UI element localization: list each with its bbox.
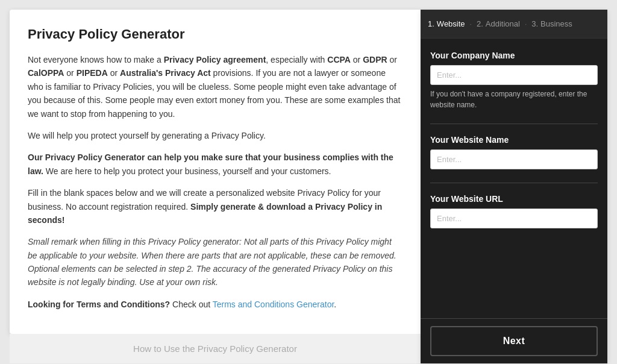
generator-paragraph: Our Privacy Policy Generator can help yo… <box>28 151 402 178</box>
bold-australia: Australia's Privacy Act <box>120 68 211 78</box>
step-separator-2: · <box>525 20 527 28</box>
next-button-area: Next <box>421 318 607 363</box>
step-1-label: Website <box>437 19 465 28</box>
intro-text-2: , especially with <box>266 55 327 64</box>
website-name-group: Your Website Name <box>430 135 598 169</box>
form-area: Your Company Name If you don't have a co… <box>421 39 607 318</box>
bold-pipeda: PIPEDA <box>77 68 108 78</box>
bold-gdpr: GDPR <box>363 55 387 64</box>
footer-bold: Looking for Terms and Conditions? <box>28 300 170 309</box>
page-container: Privacy Policy Generator Not everyone kn… <box>10 10 607 363</box>
terms-conditions-link[interactable]: Terms and Conditions Generator <box>213 300 334 309</box>
website-url-input[interactable] <box>430 209 598 228</box>
company-name-group: Your Company Name If you don't have a co… <box>430 51 598 110</box>
step-2-num: 2. <box>477 19 483 28</box>
intro-text-4: or <box>387 55 397 64</box>
step-separator-1: · <box>470 20 472 28</box>
step-3-label: Business <box>540 19 572 28</box>
divider-1 <box>430 124 598 124</box>
step-3-business[interactable]: 3. Business <box>531 19 572 28</box>
step-3-num: 3. <box>531 19 538 28</box>
bold-privacy-policy: Privacy Policy agreement <box>164 55 266 64</box>
company-name-input[interactable] <box>430 65 598 85</box>
steps-navigation: 1. Website · 2. Additional · 3. Business <box>421 10 607 39</box>
right-panel: 1. Website · 2. Additional · 3. Business… <box>421 10 607 363</box>
website-name-input[interactable] <box>430 149 598 169</box>
footer-end: . <box>334 300 336 309</box>
footer-plain: Check out <box>170 300 213 309</box>
italic-note: Small remark when filling in this Privac… <box>28 235 402 289</box>
company-name-hint: If you don't have a company registered, … <box>430 89 598 110</box>
website-url-group: Your Website URL <box>430 194 598 228</box>
next-button[interactable]: Next <box>430 326 598 356</box>
fill-paragraph: Fill in the blank spaces below and we wi… <box>28 186 402 227</box>
generator-text: We are here to help you protect your bus… <box>43 166 331 176</box>
divider-2 <box>430 183 598 183</box>
help-paragraph: We will help you protect yourself by gen… <box>28 129 402 142</box>
intro-text-3: or <box>351 55 363 64</box>
website-name-label: Your Website Name <box>430 135 598 145</box>
bold-ccpa: CCPA <box>327 55 351 64</box>
company-name-label: Your Company Name <box>430 51 598 60</box>
bottom-bar: How to Use the Privacy Policy Generator <box>10 334 421 363</box>
intro-text-6: or <box>108 68 120 78</box>
step-1-num: 1. <box>428 19 434 28</box>
bottom-bar-text: How to Use the Privacy Policy Generator <box>133 344 297 354</box>
left-panel: Privacy Policy Generator Not everyone kn… <box>10 10 421 334</box>
step-1-website[interactable]: 1. Website <box>428 19 465 28</box>
intro-text-1: Not everyone knows how to make a <box>28 55 164 64</box>
page-title: Privacy Policy Generator <box>28 27 402 42</box>
bold-caloppa: CalOPPA <box>28 68 64 78</box>
left-wrapper: Privacy Policy Generator Not everyone kn… <box>10 10 421 363</box>
footer-note: Looking for Terms and Conditions? Check … <box>28 298 402 311</box>
step-2-additional[interactable]: 2. Additional <box>477 19 520 28</box>
website-url-label: Your Website URL <box>430 194 598 204</box>
intro-text-5: or <box>64 68 76 78</box>
intro-paragraph: Not everyone knows how to make a Privacy… <box>28 53 402 121</box>
step-2-label: Additional <box>486 19 520 28</box>
